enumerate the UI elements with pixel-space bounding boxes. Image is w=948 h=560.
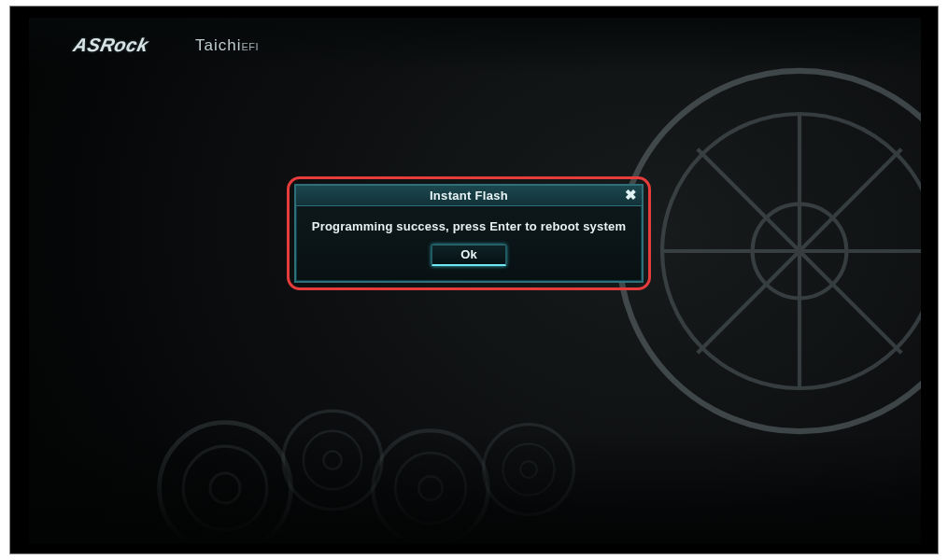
svg-point-13: [373, 430, 488, 544]
svg-point-16: [484, 425, 574, 515]
svg-point-9: [210, 473, 240, 503]
product-logo-text: Taichi: [195, 36, 241, 54]
ok-button[interactable]: Ok: [432, 245, 506, 266]
gear-icon: [150, 413, 300, 544]
svg-point-14: [395, 453, 466, 524]
svg-point-11: [304, 431, 361, 489]
screenshot-frame: ASRock TaichiEFI: [9, 6, 939, 554]
gear-icon: [276, 404, 389, 516]
dialog-body: Programming success, press Enter to rebo…: [296, 206, 642, 275]
bios-screen: ASRock TaichiEFI: [29, 18, 921, 544]
svg-point-15: [418, 476, 442, 499]
svg-point-18: [520, 461, 537, 478]
dialog-title: Instant Flash: [430, 189, 508, 203]
gear-icon: [365, 423, 496, 544]
svg-point-7: [160, 423, 291, 544]
gear-icon: [477, 418, 580, 521]
gear-icon: [603, 55, 921, 447]
dialog-titlebar: Instant Flash ✖: [296, 186, 642, 206]
product-logo: TaichiEFI: [195, 36, 259, 55]
svg-point-17: [503, 444, 555, 496]
svg-point-8: [183, 446, 267, 530]
product-logo-suffix: EFI: [241, 41, 259, 52]
svg-point-12: [323, 451, 341, 469]
close-icon[interactable]: ✖: [623, 188, 638, 203]
dialog-message: Programming success, press Enter to rebo…: [305, 219, 632, 233]
instant-flash-dialog: Instant Flash ✖ Programming success, pre…: [294, 184, 644, 283]
brand-logo: ASRock: [72, 35, 151, 56]
